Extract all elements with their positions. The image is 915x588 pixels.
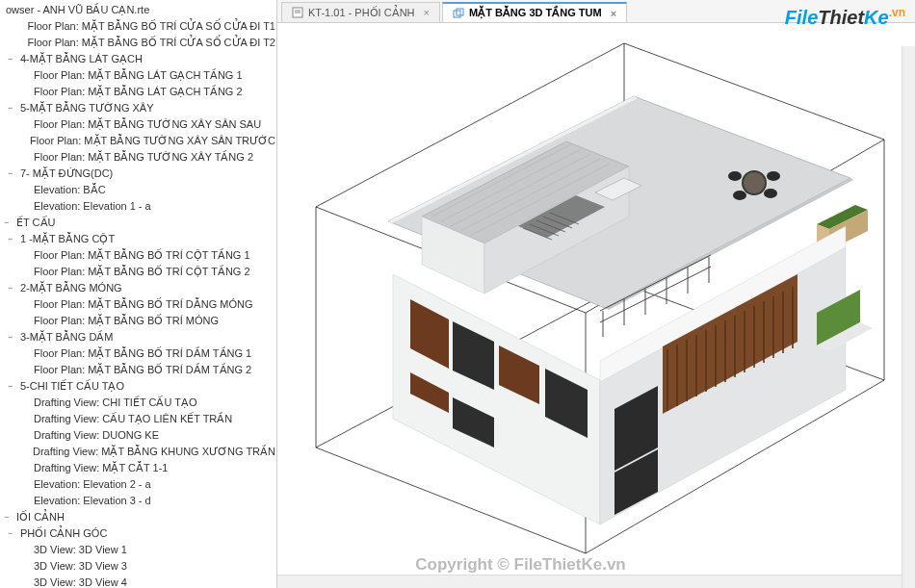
tree-item-label: Floor Plan: MẶT BẰNG BỐ TRÍ DẦM TẦNG 1 bbox=[33, 346, 252, 361]
tree-item[interactable]: Floor Plan: MẶT BẰNG BỐ TRÍ MÓNG bbox=[0, 313, 276, 329]
viewport-scrollbar-horizontal[interactable] bbox=[277, 575, 902, 588]
tree-item[interactable]: Elevation: BẮC bbox=[0, 182, 276, 198]
tree-item-label: 3D View: 3D View 4 bbox=[33, 575, 128, 588]
tree-item[interactable]: −IỐI CẢNH bbox=[0, 509, 276, 525]
tree-item-label: 4-MẶT BẰNG LÁT GẠCH bbox=[19, 52, 144, 66]
tree-item[interactable]: Floor Plan: MẶT BẰNG BỐ TRÍ CỬA SỔ CỬA Đ… bbox=[0, 35, 276, 51]
tree-item[interactable]: −PHỐI CẢNH GÓC bbox=[0, 525, 276, 542]
collapse-icon[interactable]: − bbox=[8, 232, 17, 246]
tree-item[interactable]: Elevation: Elevation 1 - a bbox=[0, 198, 276, 215]
tree-item-label: Floor Plan: MẶT BẰNG BỐ TRÍ DẰNG MÓNG bbox=[33, 297, 254, 312]
tree-item[interactable]: Floor Plan: MẶT BẰNG TƯỜNG XÂY TẦNG 2 bbox=[0, 149, 276, 166]
collapse-icon[interactable]: − bbox=[8, 101, 17, 115]
tree-item[interactable]: Drafting View: DUONG KE bbox=[0, 427, 276, 444]
collapse-icon[interactable]: − bbox=[8, 52, 17, 66]
tree-item-label: Floor Plan: MẶT BẰNG BỐ TRÍ CỘT TẦNG 2 bbox=[33, 265, 251, 279]
view-tab-bar: KT-1.01 - PHỐI CẢNH×MẶT BẰNG 3D TẦNG TUM… bbox=[277, 0, 915, 23]
tree-item-label: PHỐI CẢNH GÓC bbox=[19, 526, 108, 541]
tree-item[interactable]: −5-MẶT BẰNG TƯỜNG XÂY bbox=[0, 100, 276, 116]
tree-item-label: 3-MẶT BẰNG DẦM bbox=[19, 330, 115, 345]
tree-item-label: 5-CHI TIẾT CẤU TẠO bbox=[19, 379, 125, 394]
svg-point-24 bbox=[744, 172, 765, 193]
tree-item-label: ẾT CẤU bbox=[15, 216, 56, 230]
tree-item[interactable]: Floor Plan: MẶT BẰNG LÁT GẠCH TẦNG 1 bbox=[0, 67, 276, 84]
tree-item[interactable]: −5-CHI TIẾT CẤU TẠO bbox=[0, 378, 276, 395]
3d-viewport[interactable] bbox=[277, 23, 915, 588]
viewport-scrollbar-vertical[interactable] bbox=[902, 46, 915, 588]
tree-item-label: Drafting View: MẶT CẮT 1-1 bbox=[33, 461, 170, 475]
tree-item-label: 5-MẶT BẰNG TƯỜNG XÂY bbox=[19, 101, 155, 115]
svg-point-25 bbox=[728, 171, 742, 181]
tree-item-label: Drafting View: MẶT BẰNG KHUNG XƯƠNG TRẦN bbox=[32, 445, 276, 459]
main-area: KT-1.01 - PHỐI CẢNH×MẶT BẰNG 3D TẦNG TUM… bbox=[277, 0, 915, 588]
tree-item-label: Floor Plan: MẶT BẰNG TƯỜNG XÂY SÂN SAU bbox=[33, 117, 262, 132]
collapse-icon[interactable]: − bbox=[8, 166, 17, 181]
tree-item-label: 1 -MẶT BẰNG CỘT bbox=[19, 232, 116, 246]
tree-item-label: Elevation: Elevation 3 - d bbox=[33, 494, 152, 508]
sheet-icon bbox=[292, 7, 303, 18]
tree-item-label: Floor Plan: MẶT BẰNG BỐ TRÍ CỬA SỔ CỬA Đ… bbox=[27, 19, 276, 34]
tree-item-label: Floor Plan: MẶT BẰNG BỐ TRÍ MÓNG bbox=[33, 314, 220, 328]
tree-item-label: 7- MẶT ĐỨNG(DC) bbox=[19, 166, 114, 181]
tree-item[interactable]: Floor Plan: MẶT BẰNG BỐ TRÍ DẰNG MÓNG bbox=[0, 296, 276, 313]
project-browser-panel[interactable]: owser - ANH VŨ BẦU CẠN.rte Floor Plan: M… bbox=[0, 0, 277, 588]
tree-item-label: Drafting View: CẤU TẠO LIÊN KẾT TRẦN bbox=[33, 412, 233, 426]
tree-item[interactable]: Floor Plan: MẶT BẰNG BỐ TRÍ CỘT TẦNG 2 bbox=[0, 264, 276, 280]
3d-model-render bbox=[277, 23, 915, 588]
tree-item-label: Floor Plan: MẶT BẰNG LÁT GẠCH TẦNG 1 bbox=[33, 68, 244, 83]
tree-item[interactable]: Floor Plan: MẶT BẰNG BỐ TRÍ CỬA SỔ CỬA Đ… bbox=[0, 18, 276, 35]
tree-item[interactable]: Drafting View: MẶT BẰNG KHUNG XƯƠNG TRẦN bbox=[0, 444, 276, 460]
close-icon[interactable]: × bbox=[611, 8, 616, 19]
tree-item[interactable]: Drafting View: MẶT CẮT 1-1 bbox=[0, 460, 276, 476]
tree-item[interactable]: Elevation: Elevation 3 - d bbox=[0, 493, 276, 509]
collapse-icon[interactable]: − bbox=[8, 330, 17, 345]
tree-item[interactable]: −3-MẶT BẰNG DẦM bbox=[0, 329, 276, 345]
tree-item-label: Elevation: Elevation 2 - a bbox=[33, 477, 152, 492]
tree-item[interactable]: 3D View: 3D View 1 bbox=[0, 542, 276, 558]
tree-item[interactable]: Floor Plan: MẶT BẰNG BỐ TRÍ DẦM TẦNG 2 bbox=[0, 362, 276, 378]
view-tab[interactable]: KT-1.01 - PHỐI CẢNH× bbox=[281, 2, 440, 22]
tree-item-label: 2-MẶT BẰNG MÓNG bbox=[19, 281, 123, 295]
tree-item-label: IỐI CẢNH bbox=[15, 510, 65, 524]
tree-item[interactable]: Floor Plan: MẶT BẰNG LÁT GẠCH TẦNG 2 bbox=[0, 84, 276, 100]
svg-point-27 bbox=[733, 191, 746, 200]
tree-item-label: Floor Plan: MẶT BẰNG BỐ TRÍ CỘT TẦNG 1 bbox=[33, 248, 251, 263]
tree-item-label: Drafting View: DUONG KE bbox=[33, 428, 160, 443]
svg-point-26 bbox=[767, 171, 780, 181]
tree-item-label: Floor Plan: MẶT BẰNG LÁT GẠCH TẦNG 2 bbox=[33, 85, 244, 99]
tree-item[interactable]: −1 -MẶT BẰNG CỘT bbox=[0, 231, 276, 247]
tree-item[interactable]: −ẾT CẤU bbox=[0, 215, 276, 231]
tree-item[interactable]: Elevation: Elevation 2 - a bbox=[0, 476, 276, 493]
svg-point-28 bbox=[764, 189, 777, 198]
tree-item[interactable]: −7- MẶT ĐỨNG(DC) bbox=[0, 166, 276, 182]
tab-label: KT-1.01 - PHỐI CẢNH bbox=[308, 7, 415, 19]
tree-item-label: Floor Plan: MẶT BẰNG BỐ TRÍ CỬA SỔ CỬA Đ… bbox=[27, 36, 276, 50]
view-tab[interactable]: MẶT BẰNG 3D TẦNG TUM× bbox=[442, 2, 627, 22]
tree-item[interactable]: Floor Plan: MẶT BẰNG BỐ TRÍ CỘT TẦNG 1 bbox=[0, 247, 276, 264]
collapse-icon[interactable]: − bbox=[4, 510, 13, 524]
tree-item[interactable]: −4-MẶT BẰNG LÁT GẠCH bbox=[0, 51, 276, 67]
collapse-icon[interactable]: − bbox=[8, 281, 17, 295]
tree-item[interactable]: 3D View: 3D View 3 bbox=[0, 558, 276, 575]
tree-item-label: Drafting View: CHI TIẾT CẤU TẠO bbox=[33, 396, 198, 410]
tree-item-label: Floor Plan: MẶT BẰNG TƯỜNG XÂY TẦNG 2 bbox=[33, 150, 254, 165]
tree-item[interactable]: Floor Plan: MẶT BẰNG TƯỜNG XÂY SÂN SAU bbox=[0, 116, 276, 133]
tree-item-label: Floor Plan: MẶT BẰNG BỐ TRÍ DẦM TẦNG 2 bbox=[33, 363, 252, 377]
tree-item-label: Elevation: BẮC bbox=[33, 183, 107, 197]
collapse-icon[interactable]: − bbox=[8, 526, 17, 541]
tree-item[interactable]: Floor Plan: MẶT BẰNG BỐ TRÍ DẦM TẦNG 1 bbox=[0, 345, 276, 362]
tree-item-label: 3D View: 3D View 3 bbox=[33, 559, 128, 574]
tree-item[interactable]: Drafting View: CẤU TẠO LIÊN KẾT TRẦN bbox=[0, 411, 276, 427]
tree-item-label: Floor Plan: MẶT BẰNG TƯỜNG XÂY SÂN TRƯỚC bbox=[29, 134, 276, 148]
collapse-icon[interactable]: − bbox=[8, 379, 17, 394]
tree-item[interactable]: Drafting View: CHI TIẾT CẤU TẠO bbox=[0, 395, 276, 411]
browser-title: owser - ANH VŨ BẦU CẠN.rte bbox=[0, 2, 276, 18]
tree-item[interactable]: Floor Plan: MẶT BẰNG TƯỜNG XÂY SÂN TRƯỚC bbox=[0, 133, 276, 149]
tree-item-label: Elevation: Elevation 1 - a bbox=[33, 199, 152, 214]
tree-item[interactable]: −2-MẶT BẰNG MÓNG bbox=[0, 280, 276, 296]
tree-item[interactable]: 3D View: 3D View 4 bbox=[0, 575, 276, 588]
3d-view-icon bbox=[453, 8, 464, 19]
close-icon[interactable]: × bbox=[424, 7, 430, 18]
collapse-icon[interactable]: − bbox=[4, 216, 13, 230]
tree-item-label: 3D View: 3D View 1 bbox=[33, 543, 128, 557]
